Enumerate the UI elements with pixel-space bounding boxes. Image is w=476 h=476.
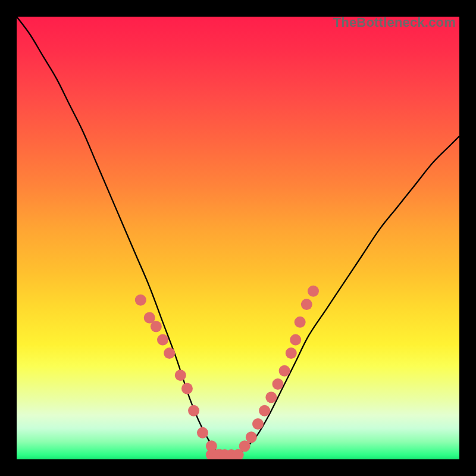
data-point: [164, 347, 175, 359]
data-point: [246, 431, 257, 443]
data-point: [295, 317, 306, 328]
plot-area: TheBottleneck.com: [17, 17, 459, 459]
data-point: [197, 427, 208, 439]
data-point: [265, 392, 277, 403]
data-points: [135, 286, 319, 459]
bottleneck-curve: [17, 17, 459, 459]
data-point: [151, 321, 162, 332]
data-point: [135, 295, 146, 306]
data-point: [308, 286, 319, 297]
curve-path: [17, 17, 459, 456]
chart-frame: TheBottleneck.com: [0, 0, 476, 476]
data-point: [301, 299, 312, 310]
data-point: [272, 378, 283, 390]
data-point: [181, 383, 193, 394]
data-point: [290, 334, 301, 346]
data-point: [279, 365, 290, 377]
data-point: [286, 347, 297, 359]
data-point: [252, 418, 264, 430]
data-point: [175, 369, 186, 381]
data-point: [259, 405, 270, 416]
data-point: [157, 334, 168, 346]
data-point: [188, 405, 199, 416]
